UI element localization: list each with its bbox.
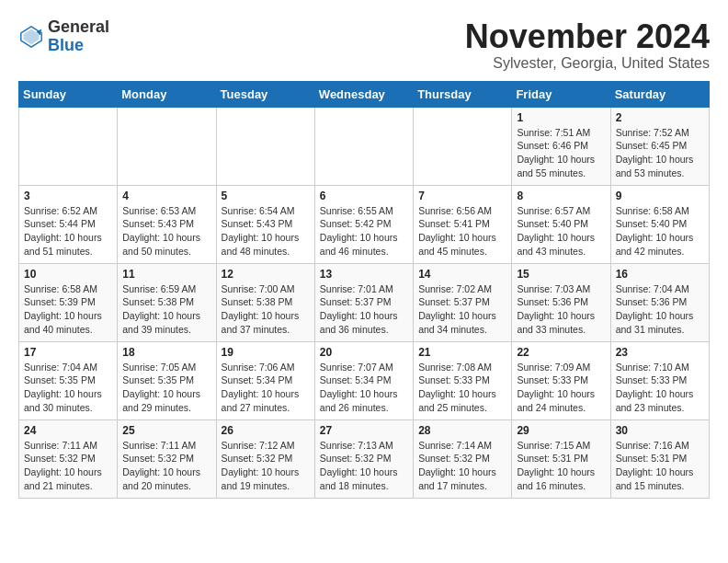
day-info: Sunrise: 6:54 AM Sunset: 5:43 PM Dayligh…: [222, 204, 310, 259]
day-number: 6: [320, 190, 408, 202]
day-info: Sunrise: 7:11 AM Sunset: 5:32 PM Dayligh…: [122, 439, 210, 493]
day-number: 26: [222, 424, 310, 437]
day-info: Sunrise: 7:15 AM Sunset: 5:31 PM Dayligh…: [517, 439, 605, 493]
day-info: Sunrise: 7:03 AM Sunset: 5:36 PM Dayligh…: [517, 282, 605, 337]
calendar-cell: 29Sunrise: 7:15 AM Sunset: 5:31 PM Dayli…: [512, 419, 610, 498]
day-info: Sunrise: 7:52 AM Sunset: 6:45 PM Dayligh…: [616, 126, 704, 180]
day-info: Sunrise: 7:08 AM Sunset: 5:33 PM Dayligh…: [418, 361, 506, 415]
day-info: Sunrise: 7:16 AM Sunset: 5:31 PM Dayligh…: [616, 439, 704, 493]
day-info: Sunrise: 7:04 AM Sunset: 5:35 PM Dayligh…: [24, 361, 112, 415]
day-info: Sunrise: 7:13 AM Sunset: 5:32 PM Dayligh…: [320, 439, 408, 493]
calendar-cell: 30Sunrise: 7:16 AM Sunset: 5:31 PM Dayli…: [610, 419, 709, 498]
week-row-2: 3Sunrise: 6:52 AM Sunset: 5:44 PM Daylig…: [19, 185, 710, 263]
day-number: 2: [616, 111, 704, 124]
day-info: Sunrise: 6:52 AM Sunset: 5:44 PM Dayligh…: [24, 204, 112, 259]
logo-icon: [18, 24, 44, 50]
logo-blue-text: Blue: [48, 36, 84, 54]
day-number: 12: [222, 268, 310, 281]
day-info: Sunrise: 7:02 AM Sunset: 5:37 PM Dayligh…: [418, 282, 506, 337]
calendar-cell: 7Sunrise: 6:56 AM Sunset: 5:41 PM Daylig…: [414, 185, 512, 263]
calendar-cell: [216, 107, 314, 185]
calendar-cell: 15Sunrise: 7:03 AM Sunset: 5:36 PM Dayli…: [512, 263, 610, 341]
calendar-cell: 4Sunrise: 6:53 AM Sunset: 5:43 PM Daylig…: [118, 185, 216, 263]
weekday-header-row: SundayMondayTuesdayWednesdayThursdayFrid…: [19, 81, 710, 107]
day-number: 5: [222, 190, 310, 202]
calendar-cell: 23Sunrise: 7:10 AM Sunset: 5:33 PM Dayli…: [610, 341, 709, 419]
calendar-cell: 14Sunrise: 7:02 AM Sunset: 5:37 PM Dayli…: [414, 263, 512, 341]
day-number: 9: [616, 190, 704, 202]
day-number: 18: [122, 346, 210, 359]
day-number: 4: [122, 190, 210, 202]
calendar-cell: 3Sunrise: 6:52 AM Sunset: 5:44 PM Daylig…: [19, 185, 118, 263]
calendar-cell: 8Sunrise: 6:57 AM Sunset: 5:40 PM Daylig…: [512, 185, 610, 263]
calendar-cell: [118, 107, 216, 185]
day-number: 3: [24, 190, 112, 202]
calendar-cell: 6Sunrise: 6:55 AM Sunset: 5:42 PM Daylig…: [314, 185, 413, 263]
title-block: November 2024 Sylvester, Georgia, United…: [465, 18, 710, 72]
day-info: Sunrise: 6:57 AM Sunset: 5:40 PM Dayligh…: [517, 204, 605, 259]
logo-general-text: General: [48, 17, 109, 36]
calendar-cell: 9Sunrise: 6:58 AM Sunset: 5:40 PM Daylig…: [610, 185, 709, 263]
calendar-cell: 27Sunrise: 7:13 AM Sunset: 5:32 PM Dayli…: [314, 419, 413, 498]
day-number: 1: [517, 111, 605, 124]
day-info: Sunrise: 7:51 AM Sunset: 6:46 PM Dayligh…: [517, 126, 605, 180]
calendar-table: SundayMondayTuesdayWednesdayThursdayFrid…: [18, 81, 710, 499]
day-info: Sunrise: 6:58 AM Sunset: 5:40 PM Dayligh…: [616, 204, 704, 259]
day-number: 28: [418, 424, 506, 437]
weekday-header-wednesday: Wednesday: [314, 81, 413, 107]
calendar-cell: 2Sunrise: 7:52 AM Sunset: 6:45 PM Daylig…: [610, 107, 709, 185]
week-row-3: 10Sunrise: 6:58 AM Sunset: 5:39 PM Dayli…: [19, 263, 710, 341]
calendar-cell: 17Sunrise: 7:04 AM Sunset: 5:35 PM Dayli…: [19, 341, 118, 419]
day-info: Sunrise: 6:53 AM Sunset: 5:43 PM Dayligh…: [122, 204, 210, 259]
calendar-subtitle: Sylvester, Georgia, United States: [465, 55, 710, 72]
day-info: Sunrise: 6:56 AM Sunset: 5:41 PM Dayligh…: [418, 204, 506, 259]
day-number: 20: [320, 346, 408, 359]
calendar-cell: 25Sunrise: 7:11 AM Sunset: 5:32 PM Dayli…: [118, 419, 216, 498]
calendar-cell: 20Sunrise: 7:07 AM Sunset: 5:34 PM Dayli…: [314, 341, 413, 419]
day-info: Sunrise: 7:00 AM Sunset: 5:38 PM Dayligh…: [222, 282, 310, 337]
day-number: 30: [616, 424, 704, 437]
day-info: Sunrise: 6:55 AM Sunset: 5:42 PM Dayligh…: [320, 204, 408, 259]
calendar-cell: 11Sunrise: 6:59 AM Sunset: 5:38 PM Dayli…: [118, 263, 216, 341]
calendar-cell: 1Sunrise: 7:51 AM Sunset: 6:46 PM Daylig…: [512, 107, 610, 185]
day-number: 21: [418, 346, 506, 359]
calendar-cell: 12Sunrise: 7:00 AM Sunset: 5:38 PM Dayli…: [216, 263, 314, 341]
day-number: 22: [517, 346, 605, 359]
day-number: 24: [24, 424, 112, 437]
day-number: 8: [517, 190, 605, 202]
day-number: 27: [320, 424, 408, 437]
day-number: 13: [320, 268, 408, 281]
calendar-cell: 21Sunrise: 7:08 AM Sunset: 5:33 PM Dayli…: [414, 341, 512, 419]
day-number: 23: [616, 346, 704, 359]
weekday-header-friday: Friday: [512, 81, 610, 107]
day-info: Sunrise: 7:10 AM Sunset: 5:33 PM Dayligh…: [616, 361, 704, 415]
calendar-cell: [414, 107, 512, 185]
calendar-cell: 19Sunrise: 7:06 AM Sunset: 5:34 PM Dayli…: [216, 341, 314, 419]
day-info: Sunrise: 7:04 AM Sunset: 5:36 PM Dayligh…: [616, 282, 704, 337]
calendar-title: November 2024: [465, 18, 710, 55]
calendar-cell: 18Sunrise: 7:05 AM Sunset: 5:35 PM Dayli…: [118, 341, 216, 419]
day-info: Sunrise: 7:06 AM Sunset: 5:34 PM Dayligh…: [222, 361, 310, 415]
day-number: 14: [418, 268, 506, 281]
day-number: 11: [122, 268, 210, 281]
calendar-cell: 26Sunrise: 7:12 AM Sunset: 5:32 PM Dayli…: [216, 419, 314, 498]
day-info: Sunrise: 6:58 AM Sunset: 5:39 PM Dayligh…: [24, 282, 112, 337]
calendar-cell: [19, 107, 118, 185]
day-number: 15: [517, 268, 605, 281]
day-info: Sunrise: 7:05 AM Sunset: 5:35 PM Dayligh…: [122, 361, 210, 415]
day-info: Sunrise: 7:14 AM Sunset: 5:32 PM Dayligh…: [418, 439, 506, 493]
logo: General Blue: [18, 18, 109, 55]
calendar-cell: [314, 107, 413, 185]
day-info: Sunrise: 7:12 AM Sunset: 5:32 PM Dayligh…: [222, 439, 310, 493]
day-number: 7: [418, 190, 506, 202]
day-info: Sunrise: 6:59 AM Sunset: 5:38 PM Dayligh…: [122, 282, 210, 337]
day-info: Sunrise: 7:09 AM Sunset: 5:33 PM Dayligh…: [517, 361, 605, 415]
week-row-1: 1Sunrise: 7:51 AM Sunset: 6:46 PM Daylig…: [19, 107, 710, 185]
day-number: 25: [122, 424, 210, 437]
day-number: 16: [616, 268, 704, 281]
weekday-header-saturday: Saturday: [610, 81, 709, 107]
calendar-cell: 13Sunrise: 7:01 AM Sunset: 5:37 PM Dayli…: [314, 263, 413, 341]
day-number: 19: [222, 346, 310, 359]
weekday-header-tuesday: Tuesday: [216, 81, 314, 107]
weekday-header-monday: Monday: [118, 81, 216, 107]
